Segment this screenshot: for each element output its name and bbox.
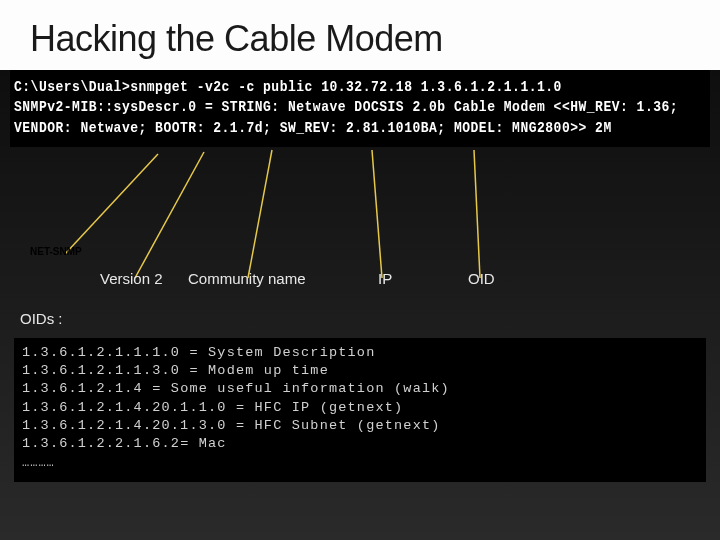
terminal-line-1: C:\Users\Dual>snmpget -v2c -c public 10.… — [14, 77, 706, 98]
net-snmp-label: NET-SNMP — [30, 246, 82, 257]
oid-row: 1.3.6.1.2.1.4.20.1.1.0 = HFC IP (getnext… — [22, 399, 698, 417]
oid-row: 1.3.6.1.2.1.1.3.0 = Modem up time — [22, 362, 698, 380]
annotation-oid: OID — [468, 270, 495, 287]
annotation-version: Version 2 — [100, 270, 163, 287]
terminal-line-3: VENDOR: Netwave; BOOTR: 2.1.7d; SW_REV: … — [14, 119, 706, 140]
svg-line-2 — [248, 150, 272, 278]
oid-row: 1.3.6.1.2.2.1.6.2= Mac — [22, 435, 698, 453]
annotation-community: Community name — [188, 270, 306, 287]
annotation-row: Version 2 Community name IP OID — [0, 270, 720, 300]
svg-line-1 — [135, 152, 204, 278]
oid-row: 1.3.6.1.2.1.4.20.1.3.0 = HFC Subnet (get… — [22, 417, 698, 435]
terminal-line-2: SNMPv2-MIB::sysDescr.0 = STRING: Netwave… — [14, 98, 706, 119]
oid-row: 1.3.6.1.2.1.1.1.0 = System Description — [22, 344, 698, 362]
oid-row: 1.3.6.1.2.1.4 = Some useful information … — [22, 380, 698, 398]
terminal-output: C:\Users\Dual>snmpget -v2c -c public 10.… — [10, 70, 710, 147]
svg-line-4 — [474, 150, 480, 278]
annotation-ip: IP — [378, 270, 392, 287]
slide-title: Hacking the Cable Modem — [0, 0, 720, 70]
ellipsis: ………… — [22, 455, 698, 471]
svg-line-0 — [65, 154, 158, 254]
svg-line-3 — [372, 150, 382, 278]
oids-block: 1.3.6.1.2.1.1.1.0 = System Description 1… — [14, 338, 706, 482]
oids-header: OIDs : — [20, 310, 63, 327]
